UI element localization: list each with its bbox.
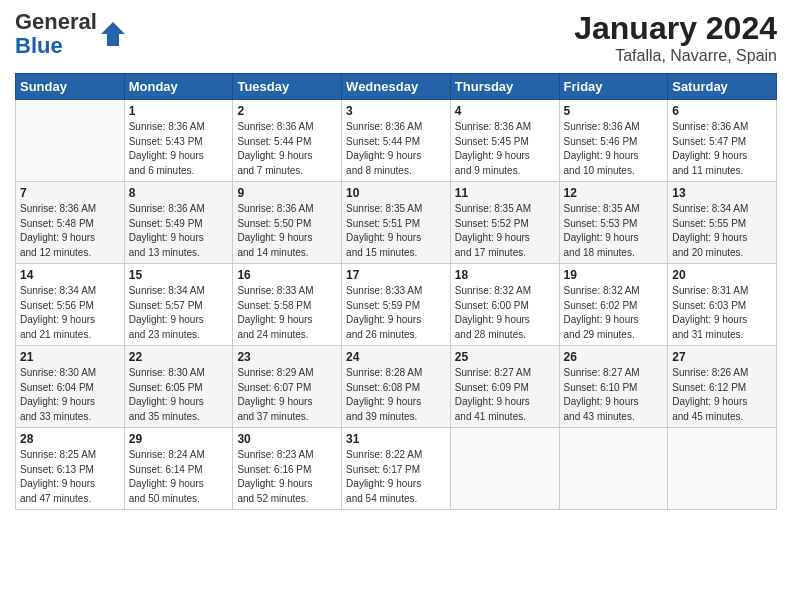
calendar-week-row: 28Sunrise: 8:25 AM Sunset: 6:13 PM Dayli… — [16, 428, 777, 510]
day-number: 25 — [455, 350, 555, 364]
day-info: Sunrise: 8:36 AM Sunset: 5:44 PM Dayligh… — [237, 120, 337, 178]
calendar-cell — [450, 428, 559, 510]
day-info: Sunrise: 8:35 AM Sunset: 5:52 PM Dayligh… — [455, 202, 555, 260]
day-info: Sunrise: 8:36 AM Sunset: 5:50 PM Dayligh… — [237, 202, 337, 260]
day-info: Sunrise: 8:34 AM Sunset: 5:55 PM Dayligh… — [672, 202, 772, 260]
calendar-cell: 28Sunrise: 8:25 AM Sunset: 6:13 PM Dayli… — [16, 428, 125, 510]
logo-general: General — [15, 9, 97, 34]
calendar-cell: 16Sunrise: 8:33 AM Sunset: 5:58 PM Dayli… — [233, 264, 342, 346]
day-info: Sunrise: 8:24 AM Sunset: 6:14 PM Dayligh… — [129, 448, 229, 506]
day-number: 28 — [20, 432, 120, 446]
day-number: 5 — [564, 104, 664, 118]
calendar-week-row: 14Sunrise: 8:34 AM Sunset: 5:56 PM Dayli… — [16, 264, 777, 346]
day-number: 2 — [237, 104, 337, 118]
day-number: 17 — [346, 268, 446, 282]
logo-icon — [99, 20, 127, 48]
day-info: Sunrise: 8:32 AM Sunset: 6:00 PM Dayligh… — [455, 284, 555, 342]
day-number: 26 — [564, 350, 664, 364]
calendar-cell: 19Sunrise: 8:32 AM Sunset: 6:02 PM Dayli… — [559, 264, 668, 346]
calendar-cell: 9Sunrise: 8:36 AM Sunset: 5:50 PM Daylig… — [233, 182, 342, 264]
day-info: Sunrise: 8:36 AM Sunset: 5:46 PM Dayligh… — [564, 120, 664, 178]
day-info: Sunrise: 8:27 AM Sunset: 6:09 PM Dayligh… — [455, 366, 555, 424]
day-number: 16 — [237, 268, 337, 282]
day-info: Sunrise: 8:35 AM Sunset: 5:51 PM Dayligh… — [346, 202, 446, 260]
day-number: 3 — [346, 104, 446, 118]
calendar-cell: 13Sunrise: 8:34 AM Sunset: 5:55 PM Dayli… — [668, 182, 777, 264]
day-number: 13 — [672, 186, 772, 200]
day-info: Sunrise: 8:27 AM Sunset: 6:10 PM Dayligh… — [564, 366, 664, 424]
day-info: Sunrise: 8:30 AM Sunset: 6:05 PM Dayligh… — [129, 366, 229, 424]
day-number: 21 — [20, 350, 120, 364]
month-title: January 2024 — [574, 10, 777, 47]
day-number: 1 — [129, 104, 229, 118]
day-info: Sunrise: 8:22 AM Sunset: 6:17 PM Dayligh… — [346, 448, 446, 506]
day-number: 10 — [346, 186, 446, 200]
logo-text: General Blue — [15, 10, 127, 58]
calendar-cell: 18Sunrise: 8:32 AM Sunset: 6:00 PM Dayli… — [450, 264, 559, 346]
calendar-cell: 2Sunrise: 8:36 AM Sunset: 5:44 PM Daylig… — [233, 100, 342, 182]
calendar-cell — [16, 100, 125, 182]
day-number: 23 — [237, 350, 337, 364]
weekday-header: Monday — [124, 74, 233, 100]
day-number: 18 — [455, 268, 555, 282]
main-container: General Blue January 2024 Tafalla, Navar… — [0, 0, 792, 520]
calendar-cell: 15Sunrise: 8:34 AM Sunset: 5:57 PM Dayli… — [124, 264, 233, 346]
header: General Blue January 2024 Tafalla, Navar… — [15, 10, 777, 65]
calendar-cell: 3Sunrise: 8:36 AM Sunset: 5:44 PM Daylig… — [342, 100, 451, 182]
location: Tafalla, Navarre, Spain — [574, 47, 777, 65]
day-number: 31 — [346, 432, 446, 446]
day-info: Sunrise: 8:33 AM Sunset: 5:59 PM Dayligh… — [346, 284, 446, 342]
day-info: Sunrise: 8:28 AM Sunset: 6:08 PM Dayligh… — [346, 366, 446, 424]
svg-marker-0 — [101, 22, 125, 46]
logo: General Blue — [15, 10, 127, 58]
day-info: Sunrise: 8:32 AM Sunset: 6:02 PM Dayligh… — [564, 284, 664, 342]
calendar-cell: 24Sunrise: 8:28 AM Sunset: 6:08 PM Dayli… — [342, 346, 451, 428]
calendar-cell: 8Sunrise: 8:36 AM Sunset: 5:49 PM Daylig… — [124, 182, 233, 264]
day-number: 8 — [129, 186, 229, 200]
day-info: Sunrise: 8:25 AM Sunset: 6:13 PM Dayligh… — [20, 448, 120, 506]
logo-blue: Blue — [15, 33, 63, 58]
day-info: Sunrise: 8:36 AM Sunset: 5:48 PM Dayligh… — [20, 202, 120, 260]
day-number: 12 — [564, 186, 664, 200]
day-number: 24 — [346, 350, 446, 364]
day-info: Sunrise: 8:35 AM Sunset: 5:53 PM Dayligh… — [564, 202, 664, 260]
calendar-cell: 1Sunrise: 8:36 AM Sunset: 5:43 PM Daylig… — [124, 100, 233, 182]
calendar-cell: 22Sunrise: 8:30 AM Sunset: 6:05 PM Dayli… — [124, 346, 233, 428]
day-number: 14 — [20, 268, 120, 282]
day-info: Sunrise: 8:36 AM Sunset: 5:45 PM Dayligh… — [455, 120, 555, 178]
day-info: Sunrise: 8:33 AM Sunset: 5:58 PM Dayligh… — [237, 284, 337, 342]
day-number: 7 — [20, 186, 120, 200]
day-info: Sunrise: 8:30 AM Sunset: 6:04 PM Dayligh… — [20, 366, 120, 424]
calendar-cell: 23Sunrise: 8:29 AM Sunset: 6:07 PM Dayli… — [233, 346, 342, 428]
calendar-cell: 25Sunrise: 8:27 AM Sunset: 6:09 PM Dayli… — [450, 346, 559, 428]
day-info: Sunrise: 8:36 AM Sunset: 5:44 PM Dayligh… — [346, 120, 446, 178]
calendar-cell: 10Sunrise: 8:35 AM Sunset: 5:51 PM Dayli… — [342, 182, 451, 264]
calendar-cell: 14Sunrise: 8:34 AM Sunset: 5:56 PM Dayli… — [16, 264, 125, 346]
day-info: Sunrise: 8:34 AM Sunset: 5:57 PM Dayligh… — [129, 284, 229, 342]
calendar-week-row: 21Sunrise: 8:30 AM Sunset: 6:04 PM Dayli… — [16, 346, 777, 428]
day-number: 9 — [237, 186, 337, 200]
day-info: Sunrise: 8:36 AM Sunset: 5:43 PM Dayligh… — [129, 120, 229, 178]
day-info: Sunrise: 8:36 AM Sunset: 5:47 PM Dayligh… — [672, 120, 772, 178]
calendar-cell: 4Sunrise: 8:36 AM Sunset: 5:45 PM Daylig… — [450, 100, 559, 182]
day-number: 11 — [455, 186, 555, 200]
calendar-cell: 7Sunrise: 8:36 AM Sunset: 5:48 PM Daylig… — [16, 182, 125, 264]
day-number: 19 — [564, 268, 664, 282]
calendar-cell: 11Sunrise: 8:35 AM Sunset: 5:52 PM Dayli… — [450, 182, 559, 264]
calendar-cell: 29Sunrise: 8:24 AM Sunset: 6:14 PM Dayli… — [124, 428, 233, 510]
weekday-header: Thursday — [450, 74, 559, 100]
calendar-cell: 26Sunrise: 8:27 AM Sunset: 6:10 PM Dayli… — [559, 346, 668, 428]
day-number: 15 — [129, 268, 229, 282]
day-info: Sunrise: 8:29 AM Sunset: 6:07 PM Dayligh… — [237, 366, 337, 424]
calendar-week-row: 1Sunrise: 8:36 AM Sunset: 5:43 PM Daylig… — [16, 100, 777, 182]
calendar-cell — [559, 428, 668, 510]
calendar-header-row: SundayMondayTuesdayWednesdayThursdayFrid… — [16, 74, 777, 100]
day-info: Sunrise: 8:26 AM Sunset: 6:12 PM Dayligh… — [672, 366, 772, 424]
calendar-cell — [668, 428, 777, 510]
day-number: 27 — [672, 350, 772, 364]
day-number: 30 — [237, 432, 337, 446]
calendar-cell: 12Sunrise: 8:35 AM Sunset: 5:53 PM Dayli… — [559, 182, 668, 264]
day-info: Sunrise: 8:31 AM Sunset: 6:03 PM Dayligh… — [672, 284, 772, 342]
weekday-header: Tuesday — [233, 74, 342, 100]
weekday-header: Friday — [559, 74, 668, 100]
